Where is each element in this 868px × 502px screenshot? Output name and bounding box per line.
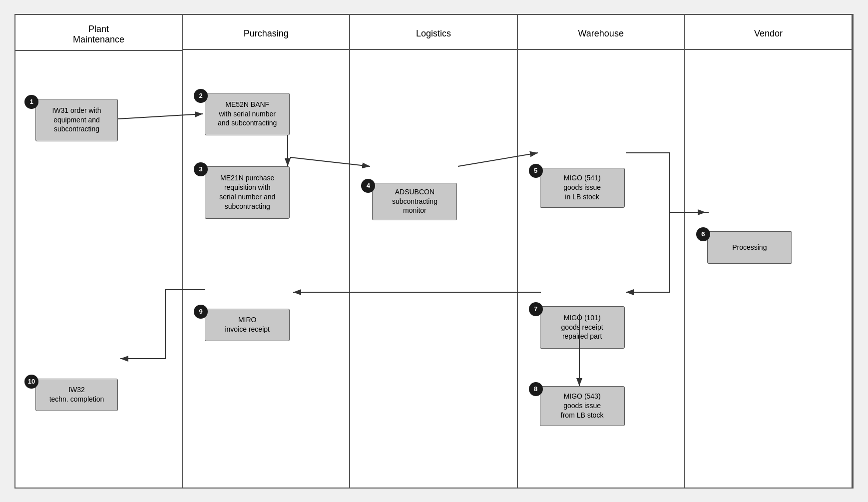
proc-box-1: IW31 order withequipment andsubcontracti…	[35, 99, 118, 141]
proc-box-4: ADSUBCONsubcontractingmonitor	[372, 183, 457, 220]
step-badge-4: 4	[361, 179, 375, 193]
step-badge-10: 10	[24, 375, 38, 389]
step-badge-6: 6	[696, 227, 710, 241]
step-badge-8: 8	[529, 382, 543, 396]
lane-body-vendor: 6 Processing	[685, 50, 852, 488]
proc-box-3: ME21N purchaserequisition withserial num…	[205, 166, 290, 219]
proc-box-6: Processing	[707, 231, 792, 264]
proc-box-7: MIGO (101)goods receiptrepaired part	[540, 306, 625, 349]
step-badge-7: 7	[529, 302, 543, 316]
lane-vendor: Vendor 6 Processing	[685, 15, 853, 488]
lane-plant-maintenance: PlantMaintenance 1 IW31 order withequipm…	[15, 15, 183, 488]
step-badge-1: 1	[24, 95, 38, 109]
lane-header-purchasing: Purchasing	[183, 15, 349, 50]
lane-logistics: Logistics 4 ADSUBCONsubcontractingmonito…	[350, 15, 517, 488]
proc-box-10: IW32techn. completion	[35, 379, 118, 411]
lane-body-purchasing: 2 ME52N BANFwith serial numberand subcon…	[183, 50, 349, 488]
step-badge-2: 2	[194, 89, 208, 103]
proc-box-5: MIGO (541)goods issuein LB stock	[540, 168, 625, 208]
proc-box-2: ME52N BANFwith serial numberand subcontr…	[205, 93, 290, 135]
proc-box-8: MIGO (543)goods issuefrom LB stock	[540, 386, 625, 426]
lane-body-logistics: 4 ADSUBCONsubcontractingmonitor	[350, 50, 516, 488]
lane-body-plant-maintenance: 1 IW31 order withequipment andsubcontrac…	[15, 51, 182, 488]
lane-purchasing: Purchasing 2 ME52N BANFwith serial numbe…	[183, 15, 350, 488]
lane-header-warehouse: Warehouse	[518, 15, 684, 50]
lane-warehouse: Warehouse 5 MIGO (541)goods issuein LB s…	[518, 15, 685, 488]
proc-box-9: MIROinvoice receipt	[205, 309, 290, 341]
lane-header-plant-maintenance: PlantMaintenance	[15, 15, 182, 51]
lane-header-logistics: Logistics	[350, 15, 516, 50]
lane-header-vendor: Vendor	[685, 15, 852, 50]
diagram-container: PlantMaintenance 1 IW31 order withequipm…	[14, 14, 854, 489]
step-badge-3: 3	[194, 162, 208, 176]
step-badge-9: 9	[194, 305, 208, 319]
lane-body-warehouse: 5 MIGO (541)goods issuein LB stock 7 MIG…	[518, 50, 684, 488]
step-badge-5: 5	[529, 164, 543, 178]
